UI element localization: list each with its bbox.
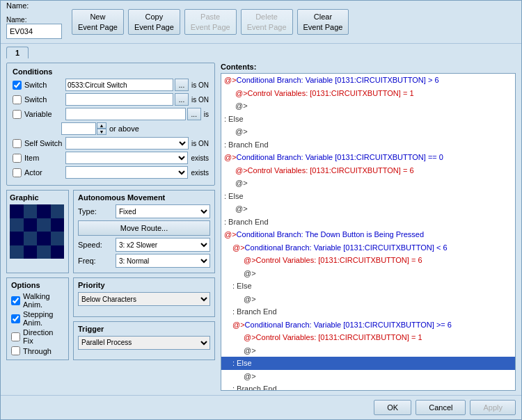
condition-switch-1: Switch 0533:Circuit Switch ... is ON — [13, 79, 209, 91]
switch-1-label: Switch — [24, 81, 63, 89]
graphic-preview[interactable] — [10, 204, 64, 259]
variable-value — [65, 108, 186, 120]
content-line[interactable]: : Branch End — [221, 216, 515, 229]
priority-select[interactable]: Below Characters — [78, 292, 210, 306]
ok-button[interactable]: OK — [374, 400, 411, 415]
speed-label: Speed: — [78, 241, 113, 249]
direction-fix-row: Direction Fix — [11, 328, 64, 345]
switch-1-dots[interactable]: ... — [175, 79, 189, 91]
content-line[interactable]: @> — [221, 344, 515, 357]
content-line[interactable]: : Branch End — [221, 382, 515, 390]
options-title: Options — [11, 281, 64, 289]
trigger-select[interactable]: Parallel Process — [78, 336, 210, 350]
condition-self-switch: Self Switch is ON — [13, 137, 209, 150]
self-switch-suffix: is ON — [191, 140, 209, 147]
auto-move-title: Autonomous Movement — [78, 193, 210, 202]
stepping-anim-label: Stepping Anim. — [23, 310, 64, 327]
bottom-left: Graphic — [6, 190, 215, 273]
speed-row: Speed: 3: x2 Slower — [78, 238, 210, 252]
new-event-page-button[interactable]: NewEvent Page — [72, 9, 124, 35]
item-suffix: exists — [191, 154, 209, 162]
spin-up[interactable]: ▲ — [97, 122, 106, 129]
delete-event-page-button[interactable]: DeleteEvent Page — [241, 9, 293, 35]
direction-fix-checkbox[interactable] — [11, 332, 20, 341]
self-switch-checkbox[interactable] — [13, 139, 22, 148]
content-line[interactable]: @>Conditional Branch: Variable [0131:CIR… — [221, 318, 515, 332]
spin-buttons: ▲ ▼ — [97, 122, 106, 135]
tabs-bar: 1 — [1, 44, 521, 58]
tab-1[interactable]: 1 — [6, 47, 29, 58]
content-line[interactable]: @>Conditional Branch: Variable [0131:CIR… — [221, 151, 515, 164]
switch-2-suffix: is ON — [191, 96, 209, 104]
content-line[interactable]: : Else — [221, 113, 515, 126]
switch-1-value: 0533:Circuit Switch — [65, 79, 173, 91]
content-line[interactable]: @> — [221, 202, 515, 216]
through-checkbox[interactable] — [11, 346, 20, 355]
main-dialog: Name: Name: NewEvent Page CopyEvent Page… — [0, 0, 522, 420]
copy-event-page-button[interactable]: CopyEvent Page — [128, 9, 180, 35]
item-label: Item — [24, 154, 63, 162]
trigger-title: Trigger — [78, 325, 210, 333]
contents-area[interactable]: @>Conditional Branch: Variable [0131:CIR… — [221, 74, 515, 390]
item-checkbox[interactable] — [13, 154, 22, 163]
content-line[interactable]: @> — [221, 125, 515, 138]
speed-select[interactable]: 3: x2 Slower — [116, 238, 210, 252]
autonomous-movement-box: Autonomous Movement Type: Fixed Move Rou… — [73, 190, 215, 273]
main-content: Conditions Switch 0533:Circuit Switch ..… — [1, 58, 521, 395]
paste-event-page-button[interactable]: PasteEvent Page — [184, 9, 237, 35]
priority-box: Priority Below Characters — [73, 277, 215, 317]
content-line[interactable]: @>Conditional Branch: The Down Button is… — [221, 228, 515, 241]
item-select[interactable] — [65, 152, 188, 164]
content-line[interactable]: : Else — [221, 280, 515, 293]
content-line[interactable]: @>Conditional Branch: Variable [0131:CIR… — [221, 74, 515, 87]
spin-down[interactable]: ▼ — [97, 129, 106, 135]
contents-scroll-wrapper: @>Conditional Branch: Variable [0131:CIR… — [221, 73, 516, 391]
content-line[interactable]: @>Control Variables: [0131:CIRCUITXBUTTO… — [221, 331, 515, 344]
switch-1-checkbox[interactable] — [13, 81, 22, 90]
content-line[interactable]: : Branch End — [221, 138, 515, 152]
move-route-button[interactable]: Move Route... — [78, 220, 210, 236]
switch-2-dots[interactable]: ... — [175, 93, 189, 106]
trigger-box: Trigger Parallel Process — [73, 321, 215, 361]
freq-row: Freq: 3: Normal — [78, 254, 210, 268]
content-line[interactable]: @> — [221, 293, 515, 306]
cancel-button[interactable]: Cancel — [416, 400, 466, 415]
or-above-row: ▲ ▼ or above — [61, 122, 209, 135]
through-label: Through — [23, 347, 52, 355]
content-line[interactable]: @>Control Variables: [0131:CIRCUITXBUTTO… — [221, 87, 515, 100]
apply-button[interactable]: Apply — [470, 400, 516, 415]
variable-checkbox[interactable] — [13, 110, 22, 119]
content-line[interactable]: @>Conditional Branch: Variable [0131:CIR… — [221, 241, 515, 255]
variable-dots[interactable]: ... — [187, 108, 201, 120]
left-panel: Conditions Switch 0533:Circuit Switch ..… — [6, 63, 215, 391]
condition-switch-2: Switch ... is ON — [13, 93, 209, 106]
actor-select[interactable] — [65, 166, 188, 179]
condition-variable: Variable ... is — [13, 108, 209, 120]
stepping-anim-checkbox[interactable] — [11, 314, 20, 323]
self-switch-select[interactable] — [65, 137, 189, 150]
switch-2-value — [65, 93, 173, 106]
actor-checkbox[interactable] — [13, 168, 22, 177]
content-line[interactable]: @> — [221, 177, 515, 190]
walking-anim-checkbox[interactable] — [11, 296, 20, 305]
content-line[interactable]: @>Control Variables: [0131:CIRCUITXBUTTO… — [221, 254, 515, 267]
content-line[interactable]: @> — [221, 267, 515, 280]
content-line[interactable]: : Branch End — [221, 305, 515, 318]
right-panel: Contents: @>Conditional Branch: Variable… — [221, 63, 516, 391]
name-input[interactable] — [6, 24, 62, 39]
content-line[interactable]: : Else — [221, 190, 515, 203]
bottom-bar: OK Cancel Apply — [1, 395, 521, 419]
condition-actor: Actor exists — [13, 166, 209, 179]
clear-event-page-button[interactable]: ClearEvent Page — [297, 9, 349, 35]
content-line[interactable]: @> — [221, 99, 515, 113]
or-above-label: or above — [109, 124, 139, 133]
content-line[interactable]: @> — [221, 370, 515, 383]
switch-2-label: Switch — [24, 95, 63, 104]
type-select[interactable]: Fixed — [116, 204, 210, 218]
content-line[interactable]: @>Control Variables: [0131:CIRCUITXBUTTO… — [221, 164, 515, 177]
content-line[interactable]: : Else — [221, 357, 515, 370]
contents-label: Contents: — [221, 63, 516, 71]
switch-2-checkbox[interactable] — [13, 95, 22, 104]
freq-select[interactable]: 3: Normal — [116, 254, 210, 268]
or-above-input[interactable] — [61, 122, 96, 135]
